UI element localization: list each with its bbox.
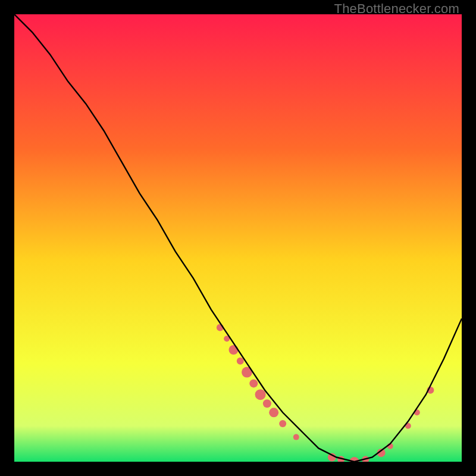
data-marker <box>279 420 286 427</box>
watermark-text: TheBottlenecker.com <box>334 1 459 17</box>
data-marker <box>237 358 244 365</box>
data-marker <box>255 389 266 400</box>
data-marker <box>229 345 239 355</box>
data-marker <box>263 399 271 408</box>
gradient-background <box>14 14 462 462</box>
data-marker <box>249 379 258 387</box>
data-marker <box>293 434 299 440</box>
data-marker <box>269 408 278 417</box>
chart-plot <box>14 14 462 462</box>
chart-frame <box>14 14 462 462</box>
